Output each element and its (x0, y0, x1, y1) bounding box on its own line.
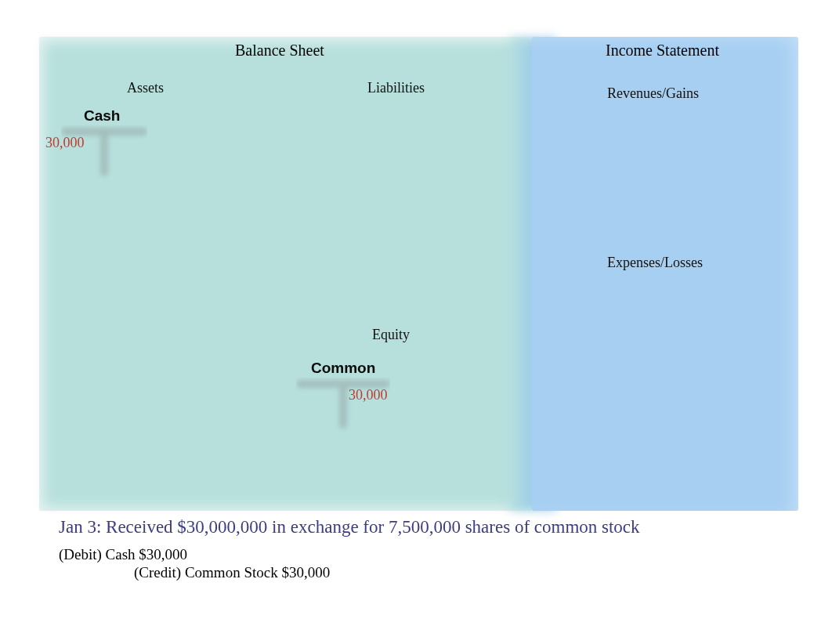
cash-debit-amount: 30,000 (45, 135, 85, 151)
journal-credit-line: (Credit) Common Stock $30,000 (134, 564, 330, 581)
revenues-label: Revenues/Gains (607, 85, 699, 102)
equity-label: Equity (372, 327, 410, 343)
income-statement-panel (532, 37, 798, 511)
accounting-diagram: Balance Sheet Income Statement Assets Li… (0, 0, 832, 644)
cash-account-title: Cash (84, 107, 120, 125)
common-stock-credit-amount: 30,000 (349, 387, 388, 403)
common-stock-t-account-icon (296, 378, 390, 432)
liabilities-label: Liabilities (367, 80, 425, 96)
income-statement-title: Income Statement (606, 42, 719, 60)
expenses-label: Expenses/Losses (607, 255, 703, 271)
assets-label: Assets (127, 80, 164, 96)
balance-sheet-title: Balance Sheet (235, 42, 324, 60)
transaction-description: Jan 3: Received $30,000,000 in exchange … (59, 517, 640, 537)
common-stock-account-title: Common (311, 360, 375, 377)
journal-debit-line: (Debit) Cash $30,000 (59, 546, 187, 563)
cash-t-account-icon (61, 125, 147, 180)
